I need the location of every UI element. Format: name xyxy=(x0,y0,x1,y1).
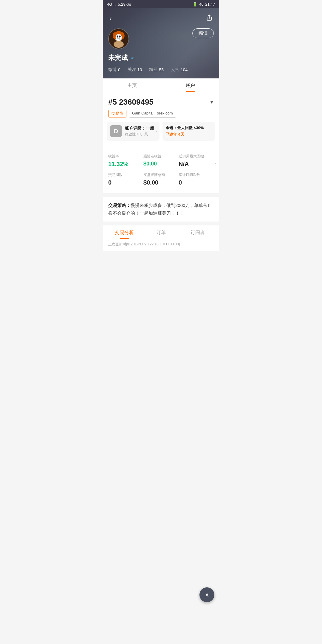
promise-title: 承诺：最大回撤 <30% xyxy=(165,125,212,131)
stat-live-follow-total-value: $0.00 xyxy=(143,179,179,186)
share-button[interactable] xyxy=(205,13,214,24)
bottom-tab-subscribers-label: 订阅者 xyxy=(191,230,205,235)
promise-days-label: 已遵守 xyxy=(165,132,177,137)
tab-account-label: 账户 xyxy=(185,83,195,88)
promise-card: 承诺：最大回撤 <30% 已遵守 4天 xyxy=(162,122,215,141)
tab-home-label: 主页 xyxy=(127,83,137,88)
stat-popularity-value: 104 xyxy=(181,67,188,72)
stat-following[interactable]: 关注 10 xyxy=(128,67,142,72)
last-update: 上次更新时间 2019/11/23 22:18(GMT+08:00) xyxy=(103,239,219,251)
stat-popularity[interactable]: 人气 104 xyxy=(171,67,188,72)
stat-max-drawdown-label: 近13周最大回撤 xyxy=(179,154,214,159)
status-right: 🔋 46 21:47 xyxy=(193,2,215,7)
tag-broker[interactable]: Gain Capital Forex.com xyxy=(129,110,176,117)
bottom-tab-subscribers[interactable]: 订阅者 xyxy=(179,225,216,239)
stat-following-label: 关注 xyxy=(128,67,136,72)
account-id: #5 23609495 xyxy=(108,97,154,107)
stat-live-follow-total: 实盘跟随总额 $0.00 xyxy=(143,172,179,191)
bottom-tabs: 交易分析 订单 订阅者 xyxy=(103,225,219,239)
stat-follower-profit-label: 跟随者收益 xyxy=(143,154,179,159)
rating-card-text: 账户评级：一般 稳健性0.0、风... xyxy=(125,126,157,137)
tab-account[interactable]: 账户 xyxy=(161,78,219,92)
battery-icon: 🔋 xyxy=(193,2,197,7)
back-button[interactable]: ‹ xyxy=(108,14,113,23)
main-content: #5 23609495 ▼ 交易员 Gain Capital Forex.com… xyxy=(103,92,219,251)
signal-icon: 4G↑↓ xyxy=(107,2,116,7)
stat-max-drawdown-value: N/A xyxy=(179,161,214,168)
svg-point-9 xyxy=(117,35,118,38)
stat-return-rate: 收益率 11.32% xyxy=(108,154,143,172)
strategy-label: 交易策略： xyxy=(108,203,131,208)
battery-level: 46 xyxy=(199,2,203,7)
profile-banner: ‹ xyxy=(103,8,219,78)
stat-max-drawdown: 近13周最大回撤 N/A › xyxy=(179,154,214,172)
stat-total-subscriptions-value: 0 xyxy=(179,179,214,186)
promise-days-value: 4天 xyxy=(178,132,184,137)
svg-point-8 xyxy=(116,35,121,40)
svg-point-10 xyxy=(119,35,121,38)
time: 21:47 xyxy=(205,2,215,7)
rating-subtitle: 稳健性0.0、风... xyxy=(125,132,157,137)
stat-trade-weeks: 交易周数 0 xyxy=(108,172,143,191)
bottom-tab-analysis-label: 交易分析 xyxy=(115,230,134,235)
profile-stats-row: 微博 0 关注 10 粉丝 55 人气 104 xyxy=(108,67,214,72)
status-bar: 4G↑↓ 5.29K/s 🔋 46 21:47 xyxy=(103,0,219,8)
rating-card-arrow-icon: › xyxy=(156,129,157,134)
svg-point-3 xyxy=(114,41,124,48)
banner-top-row: ‹ xyxy=(108,13,214,24)
promise-days: 已遵守 4天 xyxy=(165,132,212,137)
stat-followers-label: 粉丝 xyxy=(149,67,157,72)
bottom-tab-orders[interactable]: 订单 xyxy=(143,225,179,239)
stat-weibo-label: 微博 xyxy=(108,67,117,72)
strategy-text: 交易策略：慢慢来积少成多，做到2000刀，单单带止损不会爆仓的！一起加油赚美刀！… xyxy=(108,202,214,217)
stat-total-subscriptions: 累计订阅次数 0 xyxy=(179,172,214,191)
last-update-text: 上次更新时间 2019/11/23 22:18(GMT+08:00) xyxy=(108,242,180,246)
rating-grade-badge: D xyxy=(110,125,122,137)
cards-row: D 账户评级：一般 稳健性0.0、风... › 承诺：最大回撤 <30% 已遵守… xyxy=(103,122,219,145)
stat-return-rate-label: 收益率 xyxy=(108,154,143,159)
network-speed: 5.29K/s xyxy=(118,2,131,7)
strategy-section: 交易策略：慢慢来积少成多，做到2000刀，单单带止损不会爆仓的！一起加油赚美刀！… xyxy=(103,197,219,222)
tab-home[interactable]: 主页 xyxy=(103,78,161,92)
stat-following-value: 10 xyxy=(137,67,142,72)
tag-trader[interactable]: 交易员 xyxy=(108,110,126,117)
username-row: 未完成 ♂ xyxy=(108,53,214,62)
edit-button[interactable]: 编辑 xyxy=(192,28,214,38)
profile-tabs: 主页 账户 xyxy=(103,78,219,92)
stats-grid-arrow-icon[interactable]: › xyxy=(214,160,216,166)
stat-popularity-label: 人气 xyxy=(171,67,179,72)
rating-title: 账户评级：一般 xyxy=(125,126,157,131)
stat-trade-weeks-label: 交易周数 xyxy=(108,172,143,177)
stats-grid-inner: 收益率 11.32% 跟随者收益 $0.00 近13周最大回撤 N/A › 交易… xyxy=(108,154,214,191)
account-id-section: #5 23609495 ▼ 交易员 Gain Capital Forex.com… xyxy=(103,92,219,148)
stats-grid: 收益率 11.32% 跟随者收益 $0.00 近13周最大回撤 N/A › 交易… xyxy=(103,148,219,193)
stat-follower-profit-value: $0.00 xyxy=(143,161,179,167)
stat-return-rate-value: 11.32% xyxy=(108,161,143,168)
stat-trade-weeks-value: 0 xyxy=(108,179,143,186)
stat-follower-profit: 跟随者收益 $0.00 xyxy=(143,154,179,172)
stat-followers-value: 55 xyxy=(159,67,164,72)
stat-weibo-value: 0 xyxy=(118,67,120,72)
rating-card[interactable]: D 账户评级：一般 稳健性0.0、风... › xyxy=(107,122,160,141)
account-id-row: #5 23609495 ▼ xyxy=(108,97,214,107)
dropdown-arrow-icon[interactable]: ▼ xyxy=(210,100,214,105)
gender-icon: ♂ xyxy=(130,55,134,61)
bottom-tab-orders-label: 订单 xyxy=(156,230,166,235)
stat-followers[interactable]: 粉丝 55 xyxy=(149,67,164,72)
username: 未完成 xyxy=(108,53,128,62)
status-left: 4G↑↓ 5.29K/s xyxy=(107,2,131,7)
avatar xyxy=(108,28,129,49)
profile-row: 编辑 xyxy=(108,28,214,49)
stat-weibo[interactable]: 微博 0 xyxy=(108,67,120,72)
stat-total-subscriptions-label: 累计订阅次数 xyxy=(179,172,214,177)
stat-live-follow-total-label: 实盘跟随总额 xyxy=(143,172,179,177)
bottom-tab-analysis[interactable]: 交易分析 xyxy=(106,225,143,239)
tags-row: 交易员 Gain Capital Forex.com xyxy=(108,110,214,117)
